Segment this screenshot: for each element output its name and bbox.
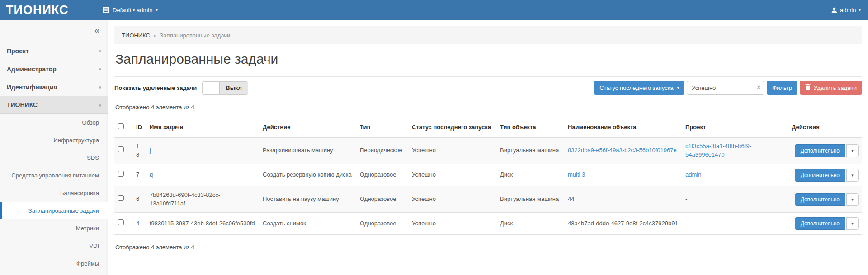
col-task-name: Имя задачи <box>146 117 259 138</box>
user-name: admin <box>840 7 856 14</box>
actions-caret-button[interactable]: ▾ <box>846 144 859 157</box>
caret-down-icon: ▾ <box>156 8 158 12</box>
chevron-down-icon: ∨ <box>99 48 102 53</box>
task-action: Создать резервную копию диска <box>259 164 356 186</box>
sidebar-section-tionix[interactable]: ТИОНИКС ∧ <box>0 96 108 114</box>
project-link[interactable]: c1f3c55a-3fa1-48fb-b6f9-54a3996e1470 <box>685 143 751 158</box>
task-action: Создать снимок <box>259 213 356 235</box>
title-divider <box>114 76 862 77</box>
actions-caret-button[interactable]: ▾ <box>846 169 859 182</box>
table-row: 18 j Разархивировать машину Периодическо… <box>114 137 862 164</box>
chevron-down-icon: ∨ <box>99 84 102 89</box>
table-row: 6 7b84263d-690f-4c33-82cc-13a10fd711af П… <box>114 186 862 213</box>
more-actions-button[interactable]: Дополнительно <box>795 144 845 157</box>
task-type: Одноразовое <box>356 186 408 213</box>
task-type: Одноразовое <box>356 164 408 186</box>
sidebar-item-sds[interactable]: SDS <box>0 149 108 167</box>
domain-project-label: Default • admin <box>113 7 152 14</box>
breadcrumb-current: Запланированные задачи <box>160 32 230 39</box>
chevron-down-icon: ∨ <box>99 66 102 71</box>
col-action: Действие <box>259 117 356 138</box>
caret-down-icon: ▾ <box>851 149 854 153</box>
sidebar-item-scheduled-tasks[interactable]: Запланированные задачи <box>0 202 108 219</box>
project-link[interactable]: admin <box>685 171 701 178</box>
filter-search-input[interactable] <box>687 81 764 95</box>
task-status: Успешно <box>408 137 496 164</box>
task-name: f9830115-3987-43eb-8def-26c06fe530fd <box>146 213 259 235</box>
domain-project-switcher[interactable]: Default • admin ▾ <box>103 7 158 14</box>
caret-down-icon: ▾ <box>859 8 861 12</box>
object-name: 48a4b7ad-ddde-4627-9e8f-2c4c37929b91 <box>564 213 682 235</box>
user-icon <box>831 7 837 13</box>
sidebar-item-power-management[interactable]: Средства управления питанием <box>0 167 108 184</box>
task-status: Успешно <box>408 213 496 235</box>
sidebar-section-identity[interactable]: Идентификация ∨ <box>0 78 108 96</box>
task-id: 18 <box>136 142 142 159</box>
task-type: Одноразовое <box>356 213 408 235</box>
task-name: 7b84263d-690f-4c33-82cc-13a10fd711af <box>146 186 259 213</box>
object-type: Диск <box>496 164 564 186</box>
main-content: ТИОНИКС » Запланированные задачи Заплани… <box>109 20 868 275</box>
items-shown-top: Отображено 4 элемента из 4 <box>115 104 862 111</box>
actions-caret-button[interactable]: ▾ <box>846 217 859 230</box>
sidebar-item-balancing[interactable]: Балансировка <box>0 184 108 202</box>
row-checkbox[interactable] <box>118 219 124 225</box>
sidebar-collapse-row: « <box>0 20 108 42</box>
sidebar-item-metrics[interactable]: Метрики <box>0 219 108 237</box>
more-actions-button[interactable]: Дополнительно <box>795 169 845 182</box>
sidebar-item-overview[interactable]: Обзор <box>0 114 108 131</box>
task-name: q <box>146 164 259 186</box>
toolbar: Показать удаленные задачи Выкл Статус по… <box>114 81 862 95</box>
show-deleted-toggle-label: Показать удаленные задачи <box>114 84 197 91</box>
breadcrumb-root[interactable]: ТИОНИКС <box>122 32 150 39</box>
caret-down-icon: ▾ <box>851 197 854 202</box>
object-name: 44 <box>564 186 682 213</box>
col-type: Тип <box>356 117 408 138</box>
more-actions-button[interactable]: Дополнительно <box>795 193 845 206</box>
clear-icon[interactable]: × <box>757 84 760 90</box>
sidebar-collapse-icon[interactable]: « <box>94 26 100 36</box>
page-title: Запланированные задачи <box>115 51 862 67</box>
task-status: Успешно <box>408 164 496 186</box>
delete-tasks-button[interactable]: Удалить задачи <box>800 81 862 95</box>
items-shown-bottom: Отображено 4 элемента из 4 <box>115 244 862 251</box>
object-name-link[interactable]: 8322dba9-e56f-49a3-b2c3-56b10f01967e <box>568 147 677 154</box>
row-checkbox[interactable] <box>118 195 124 201</box>
table-header-row: ID Имя задачи Действие Тип Статус послед… <box>114 117 862 138</box>
col-project: Проект <box>682 117 788 138</box>
task-status: Успешно <box>408 186 496 213</box>
show-deleted-toggle[interactable]: Выкл <box>202 81 248 95</box>
task-name-link[interactable]: j <box>150 147 151 154</box>
filter-button[interactable]: Фильтр <box>767 81 797 95</box>
breadcrumb-separator-icon: » <box>153 32 156 39</box>
sidebar-submenu: Обзор Инфраструктура SDS Средства управл… <box>0 114 108 272</box>
sidebar-item-vdi[interactable]: VDI <box>0 237 108 255</box>
status-filter-dropdown[interactable]: Статус последнего запуска ▾ <box>594 81 684 95</box>
row-checkbox[interactable] <box>118 146 124 152</box>
panel-icon <box>103 7 109 13</box>
sidebar-item-frames[interactable]: Фреймы <box>0 255 108 272</box>
object-type: Виртуальная машина <box>496 137 564 164</box>
chevron-up-icon: ∧ <box>99 103 102 107</box>
actions-caret-button[interactable]: ▾ <box>846 193 859 206</box>
app-logo[interactable]: ТИОНИКС <box>0 3 103 17</box>
col-object-type: Тип объекта <box>496 117 564 138</box>
user-menu[interactable]: admin ▾ <box>831 0 861 20</box>
scheduled-tasks-table: ID Имя задачи Действие Тип Статус послед… <box>114 117 862 235</box>
sidebar-section-project[interactable]: Проект ∨ <box>0 42 108 60</box>
sidebar-section-admin[interactable]: Администратор ∨ <box>0 60 108 78</box>
row-checkbox[interactable] <box>118 171 124 177</box>
more-actions-button[interactable]: Дополнительно <box>795 217 845 230</box>
top-bar: ТИОНИКС Default • admin ▾ admin ▾ <box>0 0 868 20</box>
col-actions: Действия <box>788 117 862 138</box>
table-row: 7 q Создать резервную копию диска Однора… <box>114 164 862 186</box>
table-row: 4 f9830115-3987-43eb-8def-26c06fe530fd С… <box>114 213 862 235</box>
col-object-name: Наименование объекта <box>564 117 682 138</box>
breadcrumb: ТИОНИКС » Запланированные задачи <box>114 26 862 44</box>
col-id: ID <box>132 117 146 138</box>
sidebar-item-infrastructure[interactable]: Инфраструктура <box>0 131 108 149</box>
object-name-link[interactable]: multi 3 <box>568 171 585 178</box>
task-id: 6 <box>136 195 142 204</box>
task-action: Разархивировать машину <box>259 137 356 164</box>
select-all-checkbox[interactable] <box>118 123 124 129</box>
